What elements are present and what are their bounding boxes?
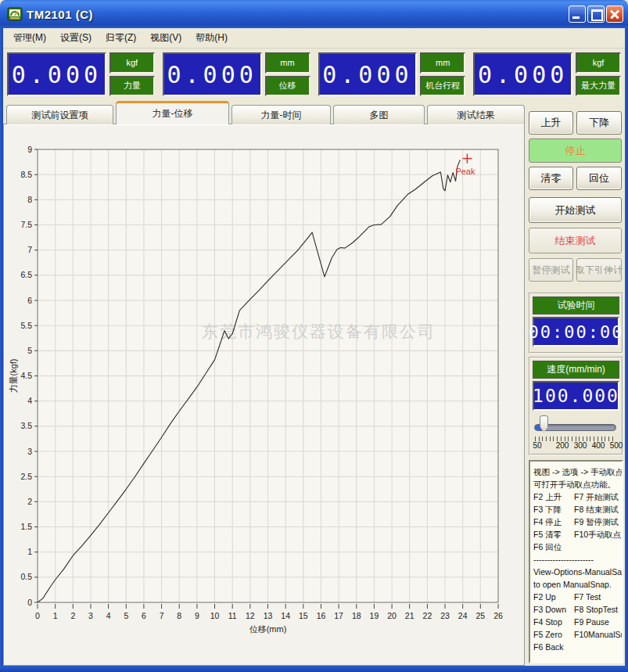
window-border-left [0,28,3,672]
svg-text:1.5: 1.5 [20,522,32,531]
svg-text:1: 1 [27,547,32,556]
app-window: TM2101 (C) 管理(M) 设置(S) 归零(Z) 视图(V) 帮助(H)… [0,0,628,672]
help-en-row: F4 StopF9 Pause [533,616,619,628]
svg-text:4.5: 4.5 [20,371,32,380]
svg-text:6.5: 6.5 [20,270,32,279]
window-title: TM2101 (C) [27,8,93,21]
end-test-button[interactable]: 结束测试 [529,228,622,253]
help-zh-row: F3 下降F8 结束测试 [533,503,619,516]
svg-text:0.5: 0.5 [20,572,32,581]
svg-text:5: 5 [124,611,128,620]
svg-text:13: 13 [264,611,273,620]
stop-button[interactable]: 停止 [529,138,622,163]
svg-text:8: 8 [27,195,32,204]
svg-text:19: 19 [370,611,379,620]
help-en-row: F5 ZeroF10ManualSnap [533,628,619,641]
svg-text:4: 4 [106,611,111,620]
hotkey-f4-en: F4 Stop [533,616,574,628]
svg-text:2: 2 [27,497,32,506]
speed-slider-labels: 50200300400500 [533,441,619,451]
svg-text:东莞市鸿骏仪器设备有限公司: 东莞市鸿骏仪器设备有限公司 [202,322,436,340]
tab-force-time[interactable]: 力量-时间 [231,105,331,124]
displacement-unit-badge: mm [265,52,310,74]
help-separator: ---------------------- [533,553,619,566]
up-button[interactable]: 上升 [529,111,573,135]
svg-text:8: 8 [177,611,181,620]
maximize-button[interactable] [587,5,605,23]
menu-settings[interactable]: 设置(S) [53,29,99,47]
chart-panel: 东莞市鸿骏仪器设备有限公司00.511.522.533.544.555.566.… [3,124,525,666]
maxforce-unit-badge: kgf [576,52,621,74]
hotkey-f4-zh: F4 停止 [533,516,574,528]
svg-text:20: 20 [387,611,397,620]
force-value-display: 0.000 [7,52,106,96]
svg-text:8.5: 8.5 [20,170,32,179]
speed-slider-label: 300 [574,441,587,450]
displacement-readout-group: 0.000 mm 位移 [163,52,310,96]
remove-extensometer-button[interactable]: 取下引伸计 [576,258,622,282]
hotkey-f7-zh: F7 开始测试 [574,491,619,503]
tab-pretest-settings[interactable]: 测试前设置项 [6,105,113,124]
app-icon [7,6,23,22]
close-button[interactable] [606,5,623,23]
maxforce-readout-group: 0.000 kgf 最大力量 [473,52,621,96]
tab-bar: 测试前设置项 力量-位移 力量-时间 多图 测试结果 [6,101,525,124]
minimize-button[interactable] [569,5,586,23]
svg-text:Peak: Peak [455,167,475,176]
start-test-button[interactable]: 开始测试 [529,197,622,223]
help-en-row: F2 UpF7 Test [533,591,619,603]
return-button[interactable]: 回位 [576,167,622,190]
menu-help[interactable]: 帮助(H) [188,29,235,47]
tab-multi-chart[interactable]: 多图 [333,105,425,124]
test-time-display: 00:00:00 [533,317,619,347]
tab-test-results[interactable]: 测试结果 [427,105,525,124]
help-zh-row: F5 清零F10手动取点 [533,528,619,541]
svg-text:7: 7 [160,611,164,620]
svg-text:2.5: 2.5 [20,472,32,481]
hotkey-f9-zh: F9 暂停测试 [574,516,619,528]
titlebar[interactable]: TM2101 (C) [0,0,628,28]
help-zh-intro-2: 可打开手动取点功能。 [533,478,619,491]
svg-text:26: 26 [493,611,503,620]
svg-text:12: 12 [246,611,255,620]
menu-view[interactable]: 视图(V) [143,29,188,47]
menu-zero[interactable]: 归零(Z) [99,29,143,47]
svg-text:3: 3 [88,611,93,620]
tab-force-displacement[interactable]: 力量-位移 [116,101,229,124]
help-zh-row: F2 上升F7 开始测试 [533,491,619,503]
svg-text:23: 23 [440,611,450,620]
down-button[interactable]: 下降 [576,111,622,135]
svg-text:位移(mm): 位移(mm) [249,624,287,634]
hotkey-f3-en: F3 Down [533,603,574,616]
speed-slider-label: 50 [533,441,541,450]
hotkey-f2-en: F2 Up [533,591,574,603]
svg-text:5.5: 5.5 [20,321,32,330]
svg-text:11: 11 [228,611,237,620]
menu-manage[interactable]: 管理(M) [6,29,53,47]
hotkey-f8-zh: F8 结束测试 [574,503,619,516]
speed-slider[interactable]: 50200300400500 [533,415,619,451]
stroke-value-display: 0.000 [318,52,418,96]
svg-text:15: 15 [299,611,308,620]
svg-text:9: 9 [27,145,32,154]
svg-text:6: 6 [142,611,146,620]
svg-text:21: 21 [405,611,414,620]
readout-row: 0.000 kgf 力量 0.000 mm 位移 0.000 mm 机台行程 0… [3,49,625,101]
pause-test-button[interactable]: 暂停测试 [529,258,573,282]
svg-text:4: 4 [27,396,32,405]
force-label-badge: 力量 [109,76,155,97]
svg-text:22: 22 [423,611,432,620]
menu-bar: 管理(M) 设置(S) 归零(Z) 视图(V) 帮助(H) [3,28,625,49]
test-time-header: 试验时间 [533,296,619,314]
hotkey-f10-en: F10ManualSnap [574,628,623,641]
maxforce-value-display: 0.000 [473,52,572,96]
svg-text:6: 6 [27,296,32,305]
help-en-intro-1: View-Options-ManualSanp, [533,566,619,578]
hotkey-f7-en: F7 Test [574,591,601,603]
svg-text:0: 0 [27,598,32,607]
force-readout-group: 0.000 kgf 力量 [7,52,155,96]
test-time-group: 试验时间 00:00:00 [529,293,623,354]
zero-button[interactable]: 清零 [529,167,573,190]
stroke-unit-badge: mm [420,52,465,74]
hotkey-f3-zh: F3 下降 [533,503,574,516]
